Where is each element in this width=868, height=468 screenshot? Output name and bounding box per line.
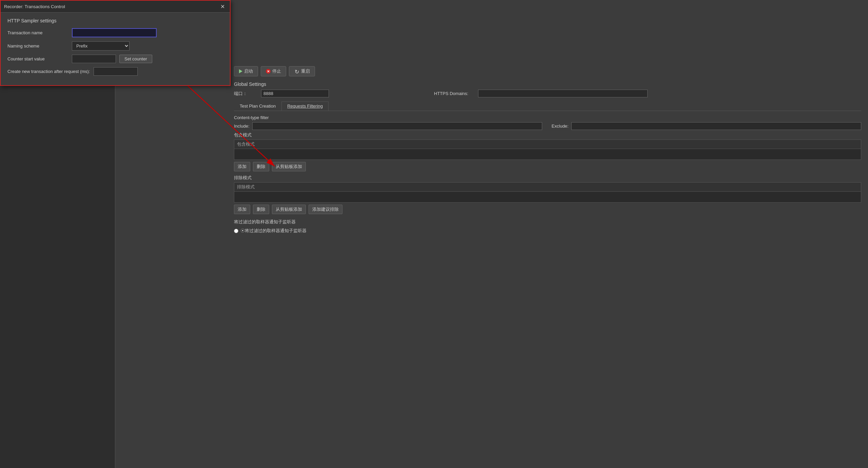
transaction-name-row: Transaction name bbox=[7, 28, 223, 37]
content-type-filter-section: Content-type filter Include: Exclude: 包含… bbox=[234, 115, 861, 234]
exclude-add-button[interactable]: 添加 bbox=[234, 205, 250, 214]
modal-body: HTTP Sampler settings Transaction name N… bbox=[1, 13, 230, 85]
counter-start-label: Counter start value bbox=[7, 56, 68, 61]
counter-start-input[interactable] bbox=[72, 55, 116, 63]
https-domains-label: HTTPS Domains: bbox=[434, 91, 475, 96]
naming-scheme-select[interactable]: Prefix Suffix Custom bbox=[72, 41, 130, 51]
include-input[interactable] bbox=[252, 122, 542, 130]
modal-title: Recorder: Transactions Control bbox=[4, 4, 65, 9]
start-button[interactable]: 启动 bbox=[234, 66, 258, 76]
include-mode-table: 包含模式 bbox=[234, 139, 861, 160]
include-mode-label: 包含模式 bbox=[234, 132, 252, 137]
content-type-filter-label: Content-type filter bbox=[234, 115, 861, 120]
create-transaction-input[interactable] bbox=[94, 67, 138, 76]
exclude-buttons-row: 添加 删除 从剪贴板添加 添加建议排除 bbox=[234, 205, 861, 214]
modal-close-button[interactable]: ✕ bbox=[218, 2, 226, 11]
naming-scheme-label: Naming scheme bbox=[7, 43, 68, 49]
restart-button[interactable]: ↻ 重启 bbox=[289, 66, 315, 76]
exclude-mode-label: 排除模式 bbox=[234, 175, 252, 180]
include-delete-button[interactable]: 删除 bbox=[253, 162, 269, 171]
stop-button[interactable]: ✕ 停止 bbox=[261, 66, 286, 76]
create-transaction-row: Create new transaction after request (ms… bbox=[7, 67, 223, 76]
port-label: 端口： bbox=[234, 91, 258, 97]
exclude-input[interactable] bbox=[571, 122, 861, 130]
include-label: Include: bbox=[234, 124, 250, 129]
include-buttons-row: 添加 删除 从剪贴板添加 bbox=[234, 162, 861, 171]
modal-titlebar: Recorder: Transactions Control ✕ bbox=[1, 1, 230, 13]
tab-requests-filtering[interactable]: Requests Filtering bbox=[281, 101, 329, 111]
create-transaction-label: Create new transaction after request (ms… bbox=[7, 69, 90, 74]
exclude-paste-add-button[interactable]: 从剪贴板添加 bbox=[272, 205, 306, 214]
global-settings-title: Global Settings bbox=[234, 81, 861, 87]
modal-dialog: Recorder: Transactions Control ✕ HTTP Sa… bbox=[0, 0, 231, 86]
tab-test-plan-creation[interactable]: Test Plan Creation bbox=[234, 101, 281, 111]
notify-sub-checkbox-label: ☉将过滤过的取样器通知子监听器 bbox=[240, 228, 307, 234]
restart-label: 重启 bbox=[301, 68, 310, 74]
transaction-name-input[interactable] bbox=[72, 28, 157, 37]
transaction-name-label: Transaction name bbox=[7, 30, 68, 35]
global-settings-section: Global Settings 端口： HTTPS Domains: Test … bbox=[234, 81, 861, 234]
include-paste-add-button[interactable]: 从剪贴板添加 bbox=[272, 162, 306, 171]
port-input[interactable] bbox=[261, 90, 329, 97]
notify-sub-checkbox-row: ☉将过滤过的取样器通知子监听器 bbox=[234, 228, 861, 234]
exclude-mode-header: 排除模式 bbox=[234, 183, 861, 192]
https-domains-input[interactable] bbox=[478, 90, 648, 97]
action-bar: 启动 ✕ 停止 ↻ 重启 bbox=[234, 66, 315, 76]
tabs-row: Test Plan Creation Requests Filtering bbox=[234, 101, 861, 111]
notify-sub-label: 将过滤过的取样器通知子监听器 bbox=[234, 219, 861, 225]
naming-scheme-row: Naming scheme Prefix Suffix Custom bbox=[7, 41, 223, 51]
include-mode-header: 包含模式 bbox=[234, 140, 861, 149]
modal-section-title: HTTP Sampler settings bbox=[7, 18, 223, 23]
exclude-mode-table: 排除模式 bbox=[234, 182, 861, 203]
set-counter-button[interactable]: Set counter bbox=[119, 55, 152, 63]
exclude-delete-button[interactable]: 删除 bbox=[253, 205, 269, 214]
start-label: 启动 bbox=[244, 68, 253, 74]
port-row: 端口： HTTPS Domains: bbox=[234, 90, 861, 97]
exclude-label: Exclude: bbox=[552, 124, 569, 129]
refresh-icon: ↻ bbox=[294, 69, 299, 74]
notify-sub-checkbox[interactable] bbox=[234, 229, 238, 233]
stop-label: 停止 bbox=[272, 68, 281, 74]
play-icon bbox=[239, 69, 242, 73]
add-suggest-exclude-button[interactable]: 添加建议排除 bbox=[309, 205, 342, 214]
counter-start-row: Counter start value Set counter bbox=[7, 55, 223, 63]
include-exclude-row: Include: Exclude: bbox=[234, 122, 861, 130]
include-add-button[interactable]: 添加 bbox=[234, 162, 250, 171]
stop-icon: ✕ bbox=[266, 69, 271, 74]
